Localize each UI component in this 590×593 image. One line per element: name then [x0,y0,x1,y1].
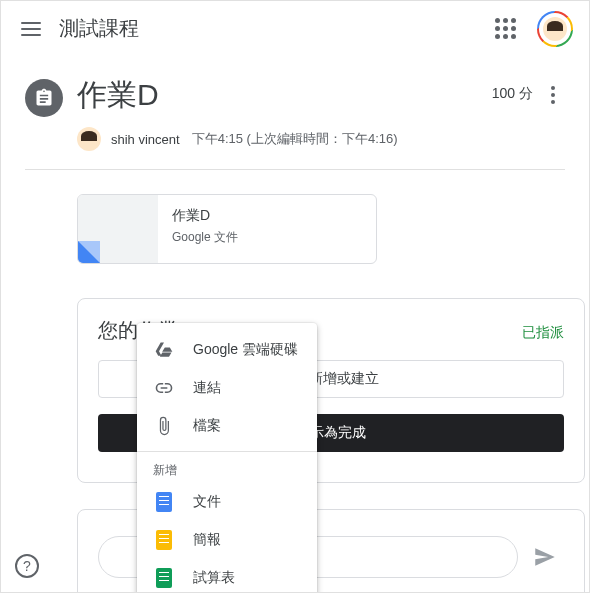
menu-item-docs[interactable]: 文件 [137,483,317,521]
menu-item-label: 文件 [193,493,221,511]
attachment-name: 作業D [172,207,238,225]
menu-item-label: 連結 [193,379,221,397]
menu-item-label: 簡報 [193,531,221,549]
menu-divider [137,451,317,452]
top-bar: 測試課程 [1,1,589,57]
attachment-type: Google 文件 [172,229,238,246]
assignment-icon [25,79,63,117]
add-or-create-label: 新增或建立 [309,370,379,388]
add-create-menu: Google 雲端硬碟 連結 檔案 新增 文件 簡報 試算表 繪圖 [137,323,317,593]
menu-item-label: Google 雲端硬碟 [193,341,298,359]
send-icon [532,544,558,570]
assignment-title: 作業D [77,75,492,116]
more-options-icon[interactable] [541,83,565,107]
menu-item-label: 試算表 [193,569,235,587]
menu-item-slides[interactable]: 簡報 [137,521,317,559]
attachment-card[interactable]: 作業D Google 文件 [77,194,377,264]
class-title[interactable]: 測試課程 [59,15,139,42]
sheets-icon [153,567,175,589]
author-avatar [77,127,101,151]
menu-item-link[interactable]: 連結 [137,369,317,407]
slides-icon [153,529,175,551]
google-apps-icon[interactable] [493,17,517,41]
menu-item-label: 檔案 [193,417,221,435]
menu-section-heading: 新增 [137,458,317,483]
assignment-byline: shih vincent 下午4:15 (上次編輯時間：下午4:16) [77,127,565,151]
attachment-thumbnail [78,195,158,263]
menu-item-drive[interactable]: Google 雲端硬碟 [137,331,317,369]
author-name: shih vincent [111,132,180,147]
docs-icon [153,491,175,513]
attachment-icon [153,415,175,437]
menu-item-sheets[interactable]: 試算表 [137,559,317,593]
send-comment-button[interactable] [526,538,564,576]
link-icon [153,377,175,399]
drive-icon [153,339,175,361]
work-status: 已指派 [522,324,564,342]
menu-item-file[interactable]: 檔案 [137,407,317,445]
assignment-points: 100 分 [492,85,533,103]
help-icon[interactable]: ? [15,554,39,578]
assignment-timestamp: 下午4:15 (上次編輯時間：下午4:16) [192,130,398,148]
assignment-header: 作業D 100 分 [25,75,565,117]
account-avatar[interactable] [537,11,573,47]
menu-icon[interactable] [19,17,43,41]
